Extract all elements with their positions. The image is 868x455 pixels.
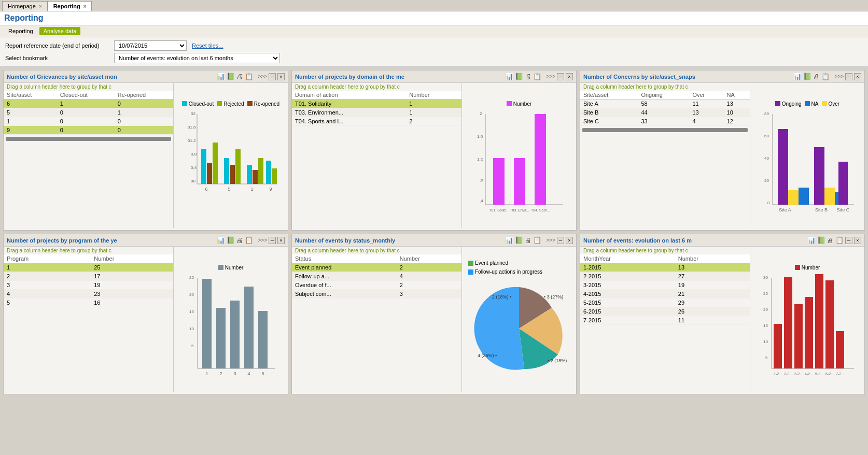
table-row: 423 [4,290,173,298]
tab-homepage[interactable]: Homepage × [2,1,48,11]
tile-concerns-title: Number of Concerns by site/asset_snaps [583,74,695,80]
bar [230,301,240,368]
bookmark-select[interactable]: Number of events: evolution on last 6 mo… [114,53,280,63]
copy-icon[interactable]: 📋 [245,236,253,244]
svg-text:25: 25 [189,275,194,280]
minimize-btn[interactable]: ─ [845,237,852,244]
col-program: Program [4,254,91,263]
print-icon[interactable]: 🖨 [813,73,820,80]
excel-icon[interactable]: 📗 [515,236,523,244]
bar [778,129,788,205]
tile-projects-program-header: Number of projects by program of the ye … [4,234,288,247]
svg-text:15: 15 [763,323,768,328]
bar [815,274,823,368]
tile-grievances-close[interactable]: × [277,73,285,80]
events-evolution-table: MonthYear Number 1-201513 2-201527 3-201… [580,254,750,325]
tile-concerns-controls: 📊 📗 🖨 📋 >>> ─ × [793,73,861,80]
print-icon[interactable]: 🖨 [525,236,531,244]
print-icon[interactable]: 🖨 [236,236,243,244]
minimize-btn[interactable]: ─ [269,237,276,244]
reset-link[interactable]: Reset tiles... [192,42,223,49]
minimize-btn[interactable]: ─ [845,73,852,80]
tile-projects-program-title: Number of projects by program of the ye [7,237,117,244]
nav-tab-reporting[interactable]: Reporting [4,27,37,35]
svg-text:01,2: 01,2 [188,138,196,143]
expand-icon[interactable]: >>> [834,74,844,79]
tile-grievances-print-icon[interactable]: 🖨 [236,73,243,80]
col-number: Number [397,254,461,263]
tile-grievances-copy-icon[interactable]: 📋 [245,73,253,80]
excel-icon[interactable]: 📗 [803,73,811,80]
svg-text:02: 02 [191,111,195,116]
tile-grievances-excel-icon[interactable]: 📗 [227,73,235,80]
close-btn[interactable]: × [854,73,861,80]
close-btn[interactable]: × [277,237,285,244]
copy-icon[interactable]: 📋 [821,73,830,80]
nav-tab-analyse[interactable]: Analyse data [39,27,81,35]
chart-icon[interactable]: 📊 [505,73,513,80]
chart-icon[interactable]: 📊 [793,73,802,80]
copy-icon[interactable]: 📋 [533,73,541,80]
legend-dot [805,101,810,106]
copy-icon[interactable]: 📋 [533,236,541,244]
tile-grievances-chart-icon[interactable]: 📊 [217,73,225,80]
table-row: T04. Sports and I...2 [292,117,461,126]
projects-program-chart-panel: Number 25 20 15 10 5 1 2 [174,247,288,392]
table-row: 900 [4,126,173,135]
chart-icon[interactable]: 📊 [807,236,816,244]
print-icon[interactable]: 🖨 [525,73,531,80]
dashboard: Number of Grievances by site/asset mon 📊… [0,67,868,397]
tile-grievances-chart-panel: Closed-out Rejected Re-opened 02 01,6 01… [174,83,288,228]
minimize-btn[interactable]: ─ [557,73,564,80]
print-icon[interactable]: 🖨 [827,236,834,244]
tile-grievances-expand[interactable]: >>> [258,74,267,79]
filter-row-date: Report reference date (end of period) 10… [5,40,863,51]
close-btn[interactable]: × [566,73,573,80]
filter-bar: Report reference date (end of period) 10… [0,37,868,67]
expand-icon[interactable]: >>> [258,237,267,243]
excel-icon[interactable]: 📗 [227,236,235,244]
table-row: Site B441310 [580,108,750,117]
bar [814,147,824,205]
tile-projects-program-controls: 📊 📗 🖨 📋 >>> ─ × [217,236,285,244]
svg-text:1: 1 [205,371,208,376]
chart-icon[interactable]: 📊 [505,236,513,244]
bar [202,279,212,368]
date-input[interactable]: 10/07/2015 [114,40,187,51]
close-btn[interactable]: × [566,237,573,244]
excel-icon[interactable]: 📗 [817,236,825,244]
expand-icon[interactable]: >>> [546,237,555,243]
group-header: Drag a column header here to group by th… [292,83,461,91]
table-row: 516 [4,298,173,307]
bar [201,149,206,184]
copy-icon[interactable]: 📋 [835,236,844,244]
scrollbar[interactable] [6,137,171,141]
minimize-btn[interactable]: ─ [557,237,564,244]
svg-text:40: 40 [764,156,769,161]
bar [253,170,258,184]
col-status: Status [292,254,397,263]
bar [213,143,218,184]
tile-events-status-controls: 📊 📗 🖨 📋 >>> ─ × [505,236,573,244]
tab-reporting[interactable]: Reporting × [48,1,92,11]
svg-text:5: 5 [765,356,768,360]
scrollbar[interactable] [582,128,748,132]
group-header: Drag a column header here to group by th… [580,247,750,254]
tile-grievances-minimize[interactable]: ─ [269,73,276,80]
table-row: T03. Environmen...1 [292,108,461,117]
legend-item: Follow-up actions in progress [468,269,542,275]
svg-text:2 (18%) •: 2 (18%) • [492,294,511,300]
expand-icon[interactable]: >>> [546,74,555,79]
excel-icon[interactable]: 📗 [515,73,523,80]
svg-text:0,4: 0,4 [191,165,197,170]
chart-icon[interactable]: 📊 [217,236,225,244]
table-row: 217 [4,272,173,281]
bar [838,162,848,205]
legend-item: Number [507,101,532,107]
legend-dot [217,101,222,106]
tab-reporting-close[interactable]: × [83,4,87,9]
tab-homepage-close[interactable]: × [39,4,42,9]
events-status-legend: Event planned Follow-up actions in progr… [465,258,573,277]
close-btn[interactable]: × [854,237,861,244]
legend-dot [468,261,473,266]
